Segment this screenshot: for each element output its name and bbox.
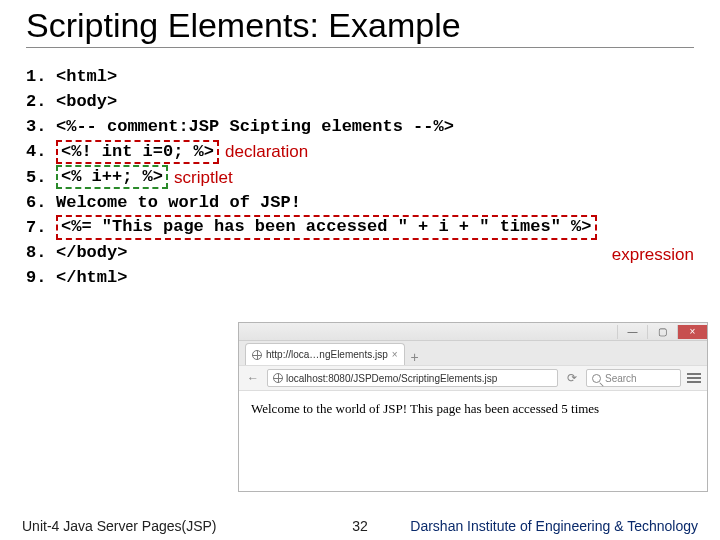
slide: Scripting Elements: Example 1.<html> 2.<…	[0, 0, 720, 540]
footer-left: Unit-4 Java Server Pages(JSP)	[22, 518, 217, 534]
annot-expression: expression	[612, 242, 694, 267]
code-text: Welcome to world of JSP!	[56, 190, 301, 215]
code-line: 5.<% i++; %>scriptlet	[26, 165, 694, 190]
browser-page: Welcome to the world of JSP! This page h…	[239, 391, 707, 491]
code-line: 9.</html>	[26, 265, 694, 290]
footer-right: Darshan Institute of Engineering & Techn…	[410, 518, 698, 534]
line-number: 2.	[26, 89, 56, 114]
code-text: </body>	[56, 240, 127, 265]
code-line: 6.Welcome to world of JSP!	[26, 190, 694, 215]
browser-window: — ▢ × http://loca…ngElements.jsp × + ← l…	[238, 322, 708, 492]
line-number: 3.	[26, 114, 56, 139]
expression-box: <%= "This page has been accessed " + i +…	[56, 215, 597, 239]
footer-page-number: 32	[352, 518, 368, 534]
line-number: 9.	[26, 265, 56, 290]
address-bar-row: ← localhost:8080/JSPDemo/ScriptingElemen…	[239, 365, 707, 391]
url-text: localhost:8080/JSPDemo/ScriptingElements…	[286, 373, 497, 384]
rendered-page-text: Welcome to the world of JSP! This page h…	[251, 401, 599, 416]
line-number: 7.	[26, 215, 56, 240]
menu-icon[interactable]	[687, 373, 701, 383]
tab-strip: http://loca…ngElements.jsp × +	[239, 341, 707, 365]
reload-button[interactable]: ⟳	[564, 370, 580, 386]
search-input[interactable]: Search	[586, 369, 681, 387]
window-minimize-button[interactable]: —	[617, 325, 647, 339]
globe-icon	[252, 350, 262, 360]
tab-title: http://loca…ngElements.jsp	[266, 349, 388, 360]
code-text: <body>	[56, 89, 117, 114]
annot-scriptlet: scriptlet	[174, 165, 233, 190]
line-number: 6.	[26, 190, 56, 215]
code-line: 8.</body>expression	[26, 240, 694, 265]
code-block: 1.<html> 2.<body> 3.<%-- comment:JSP Sci…	[26, 64, 694, 290]
line-number: 1.	[26, 64, 56, 89]
line-number: 5.	[26, 165, 56, 190]
window-maximize-button[interactable]: ▢	[647, 325, 677, 339]
search-icon	[592, 374, 601, 383]
code-line: 1.<html>	[26, 64, 694, 89]
browser-tab[interactable]: http://loca…ngElements.jsp ×	[245, 343, 405, 365]
code-line: 7.<%= "This page has been accessed " + i…	[26, 215, 694, 240]
scriptlet-box: <% i++; %>	[56, 165, 168, 189]
new-tab-button[interactable]: +	[407, 349, 423, 365]
annot-declaration: declaration	[225, 139, 308, 164]
line-number: 4.	[26, 139, 56, 164]
window-close-button[interactable]: ×	[677, 325, 707, 339]
code-line: 4.<%! int i=0; %>declaration	[26, 139, 694, 164]
code-line: 3.<%-- comment:JSP Scipting elements --%…	[26, 114, 694, 139]
slide-footer: Unit-4 Java Server Pages(JSP) 32 Darshan…	[0, 512, 720, 540]
line-number: 8.	[26, 240, 56, 265]
code-text: <%-- comment:JSP Scipting elements --%>	[56, 114, 454, 139]
window-titlebar: — ▢ ×	[239, 323, 707, 341]
code-line: 2.<body>	[26, 89, 694, 114]
globe-icon	[273, 373, 283, 383]
tab-close-icon[interactable]: ×	[392, 349, 398, 360]
search-placeholder: Search	[605, 373, 637, 384]
back-button[interactable]: ←	[245, 370, 261, 386]
page-title: Scripting Elements: Example	[26, 6, 694, 48]
address-input[interactable]: localhost:8080/JSPDemo/ScriptingElements…	[267, 369, 558, 387]
code-text: </html>	[56, 265, 127, 290]
declaration-box: <%! int i=0; %>	[56, 140, 219, 164]
code-text: <html>	[56, 64, 117, 89]
